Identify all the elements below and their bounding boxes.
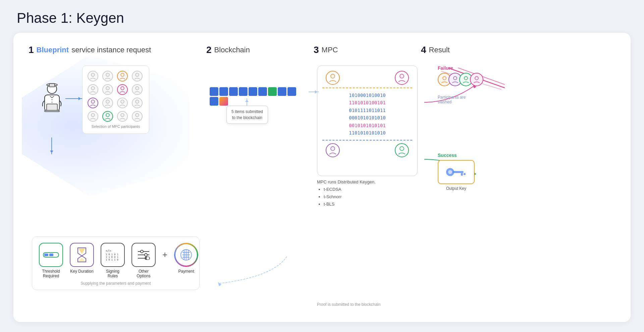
chain-block-1 (210, 87, 218, 96)
svg-point-18 (121, 100, 124, 103)
participant-1 (88, 71, 98, 81)
svg-point-22 (121, 113, 124, 117)
binary-line-6: 1101010101010 (322, 129, 412, 136)
steps-header: 1 Blueprint service instance request 2 B… (29, 45, 615, 55)
failure-caption: Participants are slashed (438, 95, 478, 104)
svg-point-7 (51, 102, 53, 103)
payment-label: Payment (178, 269, 194, 274)
mpc-participant-orange (326, 71, 340, 85)
svg-point-51 (331, 74, 335, 78)
svg-point-20 (91, 113, 95, 117)
mpc-participant-green (395, 143, 409, 157)
step-2-label: 2 Blockchain (206, 45, 314, 55)
param-options: Other Options (131, 243, 156, 278)
svg-point-40 (145, 254, 147, 256)
step-1-number: 1 (29, 45, 34, 55)
chain-block-7 (278, 87, 286, 96)
mpc-caption: MPC runs Distributed Keygen. t-ECDSA t-S… (317, 179, 418, 208)
dashed-line-orange (322, 88, 412, 88)
svg-point-52 (400, 74, 404, 78)
svg-point-65 (448, 170, 452, 174)
svg-rect-66 (453, 171, 464, 173)
step-2-number: 2 (206, 45, 212, 55)
participant-16 (132, 111, 143, 122)
section-2: 5 items submitted to the blockchain (206, 62, 314, 310)
mpc-box: 1010001010010 1101010100101 010111101101… (317, 65, 418, 176)
chain-block-2 (219, 87, 228, 96)
svg-rect-2 (47, 104, 57, 111)
svg-point-61 (453, 76, 457, 80)
participant-11 (117, 98, 128, 108)
svg-point-10 (121, 73, 124, 76)
participant-9-purple (88, 98, 98, 108)
participants-grid-container: Selection of MPC participants (82, 65, 149, 134)
svg-point-12 (91, 87, 95, 90)
svg-point-6 (51, 99, 53, 100)
param-threshold: Threshold Required (39, 243, 63, 278)
svg-point-14 (121, 87, 124, 90)
participants-grid (88, 71, 144, 122)
options-label: Other Options (131, 269, 156, 278)
binary-line-3: 0101111011011 (322, 107, 412, 114)
mpc-participant-purple (326, 143, 340, 157)
chain-block-green (268, 87, 277, 96)
section-1: Selection of MPC participants (29, 62, 206, 310)
threshold-icon-box (39, 243, 63, 267)
binary-display: 1010001010010 1101010100101 010111101101… (322, 92, 412, 136)
mpc-algo-1: t-ECDSA (324, 186, 418, 193)
param-duration: Key Duration (70, 243, 94, 274)
svg-point-16 (91, 100, 95, 103)
participant-6 (102, 84, 113, 95)
output-key-box (438, 160, 475, 184)
failure-participants-area (438, 73, 505, 93)
blockchain-submitted-label: 5 items submitted to the blockchain (226, 106, 268, 124)
svg-point-13 (106, 87, 109, 90)
svg-point-60 (443, 76, 446, 80)
params-items: Threshold Required (39, 243, 193, 278)
mpc-participant-pink (395, 71, 409, 85)
chain-block-4 (239, 87, 248, 96)
svg-marker-29 (78, 258, 85, 261)
chain-block-3 (229, 87, 238, 96)
svg-point-8 (91, 73, 95, 76)
svg-text:1 0 1 0 1: 1 0 1 0 1 (106, 253, 118, 256)
arrow-2-to-3 (309, 92, 319, 92)
svg-text:1 0 1 1 0: 1 0 1 1 0 (106, 259, 118, 261)
participant-2 (102, 71, 113, 81)
mpc-bottom-participants (322, 143, 412, 157)
svg-marker-50 (218, 282, 221, 286)
step-4-text: Result (429, 46, 450, 54)
svg-marker-28 (78, 248, 85, 254)
arrow-label-to-chain (247, 98, 247, 106)
success-result: Success Output Key (438, 153, 475, 191)
svg-rect-25 (44, 254, 48, 256)
signing-icon-box: </> 1 0 1 0 1 1 1 0 0 1 1 0 1 1 0 (101, 243, 125, 267)
step-3-number: 3 (314, 45, 319, 55)
dashed-line-blue (322, 140, 412, 141)
output-key-label: Output Key (438, 186, 475, 191)
participant-5 (88, 84, 98, 95)
failure-result: Failure (438, 65, 505, 104)
slashed-pink (470, 73, 483, 86)
signing-label: Signing Rules (101, 269, 125, 278)
chain-block-6 (258, 87, 267, 96)
svg-point-21 (106, 113, 109, 117)
chain-block-9 (210, 97, 218, 106)
mpc-algo-2: t-Schnorr (324, 193, 418, 201)
proof-curve-arrow (200, 250, 293, 290)
blockchain-chain (210, 87, 304, 106)
duration-icon-box (70, 243, 94, 267)
svg-text:</>: </> (106, 249, 111, 253)
svg-point-17 (106, 100, 109, 103)
participant-4 (132, 71, 143, 81)
content-area: Selection of MPC participants (29, 62, 615, 310)
svg-text:1 1 0 0 1: 1 1 0 0 1 (106, 256, 118, 259)
success-label: Success (438, 153, 475, 158)
duration-label: Key Duration (70, 269, 93, 274)
chain-block-8 (287, 87, 296, 96)
step-3-text: MPC (322, 46, 338, 54)
svg-point-19 (136, 100, 139, 103)
svg-point-53 (331, 147, 335, 151)
page-container: Phase 1: Keygen 1 Blueprint service inst… (13, 10, 631, 322)
binary-line-2: 1101010100101 (322, 99, 412, 106)
